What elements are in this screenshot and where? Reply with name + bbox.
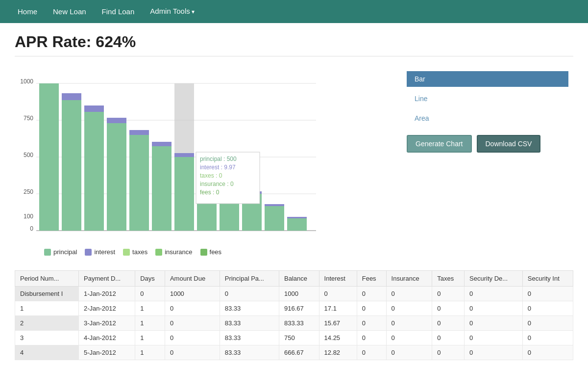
col-period: Period Num...: [15, 271, 79, 287]
chart-type-bar-button[interactable]: Bar: [407, 71, 568, 87]
bar-chart: 500 750 1000 250 100 0: [15, 66, 318, 243]
cell-0-period: Disbursement I: [15, 287, 79, 301]
bar-11-interest: [287, 217, 307, 218]
cell-0-security_int: 0: [522, 287, 573, 301]
cell-2-period: 2: [15, 316, 79, 331]
chart-controls: Bar Line Area Generate Chart Download CS…: [407, 66, 573, 256]
legend-principal-color: [44, 249, 51, 256]
legend-taxes-color: [123, 249, 130, 256]
cell-2-taxes: 0: [432, 316, 465, 331]
bar-2-interest: [84, 105, 104, 112]
col-interest: Interest: [319, 271, 357, 287]
chart-type-area-link[interactable]: Area: [407, 110, 573, 126]
col-security-int: Security Int: [522, 271, 573, 287]
chart-svg-wrapper: 500 750 1000 250 100 0: [15, 66, 397, 256]
bar-3-principal: [107, 120, 126, 231]
cell-4-fees: 0: [357, 345, 386, 360]
page-title: APR Rate: 624%: [15, 33, 573, 51]
nav-new-loan[interactable]: New Loan: [45, 0, 94, 23]
tooltip-principal-label: principal : 500: [200, 156, 237, 162]
cell-4-balance: 666.67: [279, 345, 319, 360]
cell-1-principal_paid: 83.33: [220, 301, 279, 316]
cell-4-interest: 12.82: [319, 345, 357, 360]
cell-4-taxes: 0: [432, 345, 465, 360]
cell-0-fees: 0: [357, 287, 386, 301]
cell-1-interest: 17.1: [319, 301, 357, 316]
bar-6-principal: [174, 157, 194, 231]
col-amount-due: Amount Due: [165, 271, 220, 287]
bar-5-principal: [152, 145, 172, 231]
svg-text:0: 0: [30, 225, 33, 232]
table-row: 45-Jan-20121083.33666.6712.8200000: [15, 345, 573, 360]
cell-3-balance: 750: [279, 331, 319, 345]
nav-admin-tools-dropdown[interactable]: Admin Tools: [142, 0, 202, 24]
cell-4-insurance: 0: [386, 345, 432, 360]
cell-2-payment_date: 3-Jan-2012: [78, 316, 135, 331]
legend-interest: interest: [85, 248, 115, 256]
bar-3-interest: [107, 118, 126, 123]
cell-0-security_de: 0: [465, 287, 523, 301]
tooltip-taxes-label: taxes : 0: [200, 172, 222, 179]
cell-2-security_de: 0: [465, 316, 523, 331]
cell-1-insurance: 0: [386, 301, 432, 316]
cell-3-period: 3: [15, 331, 79, 345]
cell-1-payment_date: 2-Jan-2012: [78, 301, 135, 316]
legend-taxes-label: taxes: [132, 248, 147, 256]
cell-4-security_int: 0: [522, 345, 573, 360]
cell-4-days: 1: [135, 345, 165, 360]
legend-principal: principal: [44, 248, 77, 256]
bar-10-principal: [265, 206, 284, 231]
bar-5-interest: [152, 142, 172, 146]
cell-3-taxes: 0: [432, 331, 465, 345]
legend-taxes: taxes: [123, 248, 147, 256]
cell-1-security_int: 0: [522, 301, 573, 316]
legend-insurance-color: [155, 249, 162, 256]
table-row: 34-Jan-20121083.3375014.2500000: [15, 331, 573, 345]
table-body: Disbursement I1-Jan-20120100001000000000…: [15, 287, 573, 360]
tooltip-fees-label: fees : 0: [200, 189, 220, 196]
svg-text:100: 100: [24, 213, 33, 220]
cell-3-principal_paid: 83.33: [220, 331, 279, 345]
bar-6-interest: [174, 153, 194, 157]
download-csv-button[interactable]: Download CSV: [477, 135, 541, 153]
cell-1-fees: 0: [357, 301, 386, 316]
cell-0-amount_due: 1000: [165, 287, 220, 301]
cell-3-insurance: 0: [386, 331, 432, 345]
nav-admin-tools[interactable]: Admin Tools: [142, 7, 202, 15]
bar-4-interest: [129, 130, 149, 135]
col-taxes: Taxes: [432, 271, 465, 287]
table-row: 12-Jan-20121083.33916.6717.100000: [15, 301, 573, 316]
bar-0-principal: [39, 83, 59, 231]
table-row: Disbursement I1-Jan-20120100001000000000: [15, 287, 573, 301]
nav-home[interactable]: Home: [10, 0, 45, 23]
chart-legend: principal interest taxes insurance: [15, 248, 397, 256]
tooltip-interest-label: interest : 9.97: [200, 164, 236, 171]
col-security-de: Security De...: [465, 271, 523, 287]
nav-find-loan[interactable]: Find Loan: [94, 0, 143, 23]
svg-text:750: 750: [24, 115, 33, 122]
cell-3-security_de: 0: [465, 331, 523, 345]
col-payment-date: Payment D...: [78, 271, 135, 287]
bar-11-principal: [287, 218, 307, 231]
cell-0-balance: 1000: [279, 287, 319, 301]
cell-0-payment_date: 1-Jan-2012: [78, 287, 135, 301]
cell-0-interest: 0: [319, 287, 357, 301]
cell-0-insurance: 0: [386, 287, 432, 301]
bar-2-principal: [84, 108, 104, 231]
chart-type-line-link[interactable]: Line: [407, 91, 573, 106]
tooltip-insurance-label: insurance : 0: [200, 181, 234, 187]
table-row: 23-Jan-20121083.33833.3315.6700000: [15, 316, 573, 331]
cell-1-amount_due: 0: [165, 301, 220, 316]
navbar: Home New Loan Find Loan Admin Tools: [0, 0, 588, 23]
cell-0-principal_paid: 0: [220, 287, 279, 301]
cell-1-balance: 916.67: [279, 301, 319, 316]
svg-text:500: 500: [24, 152, 33, 158]
data-table: Period Num... Payment D... Days Amount D…: [15, 270, 573, 360]
data-table-container: Period Num... Payment D... Days Amount D…: [15, 270, 573, 360]
svg-text:250: 250: [24, 188, 33, 195]
legend-insurance-label: insurance: [165, 248, 192, 256]
legend-fees: fees: [200, 248, 222, 256]
generate-chart-button[interactable]: Generate Chart: [407, 135, 472, 153]
col-principal-paid: Principal Pa...: [220, 271, 279, 287]
cell-3-fees: 0: [357, 331, 386, 345]
